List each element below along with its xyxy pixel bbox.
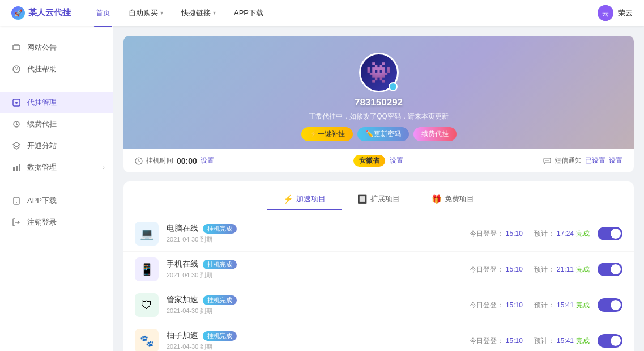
project-toggle-3[interactable] [598, 334, 622, 348]
tab-free[interactable]: 🎁 免费项目 [416, 189, 490, 210]
renew-icon [11, 119, 22, 129]
logo-text: 某人云代挂 [28, 7, 71, 18]
chevron-right-icon: › [103, 164, 105, 171]
project-toggle-2[interactable] [598, 298, 622, 312]
status-sms: 短信通知 已设置 设置 [543, 156, 622, 166]
region-set-link[interactable]: 设置 [390, 156, 403, 166]
sidebar-item-data[interactable]: 数据管理 › [0, 157, 113, 178]
sidebar-item-subsite[interactable]: 开通分站 [0, 135, 113, 157]
status-time: 挂机时间 00:00 设置 [135, 156, 214, 166]
project-info-2: 管家加速 挂机完成 2021-04-30 到期 [167, 295, 423, 315]
sidebar: 网站公告 ? 代挂帮助 代挂管理 续费代挂 [0, 26, 113, 351]
project-icon-1: 📱 [135, 257, 159, 281]
sidebar-item-app[interactable]: APP下载 [0, 190, 113, 212]
project-date: 2021-04-30 到期 [167, 342, 423, 351]
tab-boost[interactable]: ⚡ 加速项目 [267, 189, 342, 210]
chevron-down-icon: ▾ [213, 10, 216, 16]
project-list: 💻 电脑在线 挂机完成 2021-04-30 到期 今日登登： 15:10 预计… [123, 210, 634, 351]
sidebar-group-2: 代挂管理 续费代挂 开通分站 数据管理 › [0, 92, 113, 178]
extend-tab-icon: 🔲 [357, 194, 367, 204]
profile-uid: 783150292 [355, 97, 403, 108]
stat-estimate-value: 21:11 [557, 265, 574, 273]
stat-estimate-value: 15:41 [557, 337, 574, 345]
region-badge: 安徽省 [353, 155, 385, 167]
stat-today-value: 15:10 [506, 301, 523, 309]
nav-item-自助购买[interactable]: 自助购买▾ [121, 5, 171, 22]
app-icon [11, 196, 22, 206]
subsite-icon [11, 141, 22, 151]
sidebar-item-manage[interactable]: 代挂管理 [0, 92, 113, 113]
stat-estimate-label: 预计： [534, 265, 555, 274]
sidebar-item-help[interactable]: ? 代挂帮助 [0, 58, 113, 80]
sidebar-item-renew[interactable]: 续费代挂 [0, 113, 113, 135]
stat-done-label: 完成 [576, 336, 590, 346]
project-item: 🛡 管家加速 挂机完成 2021-04-30 到期 今日登登： 15:10 预计… [123, 287, 634, 323]
data-icon [11, 162, 22, 172]
sidebar-label-help: 代挂帮助 [27, 64, 57, 74]
clock-icon [135, 157, 143, 165]
recharge-button[interactable]: ⚡一键补挂 [301, 127, 353, 141]
boost-tab-icon: ⚡ [283, 194, 293, 204]
announcement-icon [11, 43, 22, 53]
time-set-link[interactable]: 设置 [201, 156, 214, 166]
avatar: 云 [598, 5, 613, 21]
project-name-row: 柚子加速 挂机完成 [167, 331, 423, 341]
time-value: 00:00 [177, 157, 197, 166]
stat-today: 今日登登： 15:10 [470, 336, 523, 346]
sms-icon [543, 157, 551, 165]
sidebar-item-announcement[interactable]: 网站公告 [0, 37, 113, 58]
project-tag: 挂机完成 [203, 260, 237, 269]
tab-extend-label: 扩展项目 [370, 194, 400, 204]
stat-today: 今日登登： 15:10 [470, 301, 523, 310]
profile-avatar-wrap: 👾 [359, 53, 399, 92]
sidebar-group-1: 网站公告 ? 代挂帮助 [0, 37, 113, 80]
project-stats: 今日登登： 15:10 预计： 21:11 完成 [431, 265, 590, 274]
continue-button[interactable]: 续费代挂 [413, 127, 457, 141]
sidebar-label-renew: 续费代挂 [27, 119, 57, 129]
project-item: 💻 电脑在线 挂机完成 2021-04-30 到期 今日登登： 15:10 预计… [123, 216, 634, 252]
project-info-1: 手机在线 挂机完成 2021-04-30 到期 [167, 259, 423, 280]
project-item: 🐾 柚子加速 挂机完成 2021-04-30 到期 今日登登： 15:10 预计… [123, 323, 634, 351]
project-icon-2: 🛡 [135, 293, 159, 317]
tab-free-label: 免费项目 [445, 194, 474, 204]
project-icon-0: 💻 [135, 222, 159, 246]
svg-rect-8 [16, 166, 18, 171]
nav-item-快捷链接[interactable]: 快捷链接▾ [173, 5, 224, 22]
project-name-row: 管家加速 挂机完成 [167, 295, 423, 305]
sidebar-label-data: 数据管理 [27, 162, 57, 172]
logo[interactable]: 🚀 某人云代挂 [11, 6, 71, 20]
project-icon-3: 🐾 [135, 329, 159, 351]
sidebar-divider-1 [11, 86, 101, 86]
project-date: 2021-04-30 到期 [167, 307, 423, 315]
chevron-down-icon: ▾ [160, 10, 163, 16]
project-info-3: 柚子加速 挂机完成 2021-04-30 到期 [167, 331, 423, 351]
banner-background: 👾 783150292 正常代挂中，如修改了QQ密码，请来本页更新 ⚡一键补挂 … [123, 36, 634, 149]
user-name: 荣云 [618, 8, 633, 18]
user-menu[interactable]: 云 荣云 [598, 5, 633, 21]
sidebar-divider-2 [11, 184, 101, 184]
project-stats: 今日登登： 15:10 预计： 15:41 完成 [431, 301, 590, 310]
sms-edit-link[interactable]: 设置 [609, 156, 622, 166]
nav-item-APP下载[interactable]: APP下载 [226, 5, 271, 22]
stat-estimate-label: 预计： [534, 301, 555, 310]
stat-today: 今日登登： 15:10 [470, 229, 523, 239]
tab-extend[interactable]: 🔲 扩展项目 [342, 189, 416, 210]
avatar-image: 👾 [366, 61, 391, 84]
time-label: 挂机时间 [146, 156, 173, 166]
stat-done-label: 完成 [576, 301, 590, 310]
profile-status: 正常代挂中，如修改了QQ密码，请来本页更新 [309, 112, 449, 121]
profile-actions: ⚡一键补挂 ✏️更新密码 续费代挂 [301, 127, 457, 141]
change-qq-button[interactable]: ✏️更新密码 [357, 127, 409, 141]
project-item: 📱 手机在线 挂机完成 2021-04-30 到期 今日登登： 15:10 预计… [123, 252, 634, 287]
project-toggle-0[interactable] [598, 227, 622, 240]
stat-estimate: 预计： 17:24 完成 [534, 229, 590, 239]
stat-today-label: 今日登登： [470, 301, 504, 310]
nav-item-首页[interactable]: 首页 [88, 5, 118, 22]
project-toggle-1[interactable] [598, 263, 622, 276]
stat-estimate-label: 预计： [534, 229, 555, 239]
sidebar-item-logout[interactable]: 注销登录 [0, 212, 113, 233]
stat-done-label: 完成 [576, 229, 590, 239]
stat-today-value: 15:10 [506, 230, 523, 238]
stat-today-label: 今日登登： [470, 229, 504, 239]
project-tag: 挂机完成 [203, 331, 237, 341]
